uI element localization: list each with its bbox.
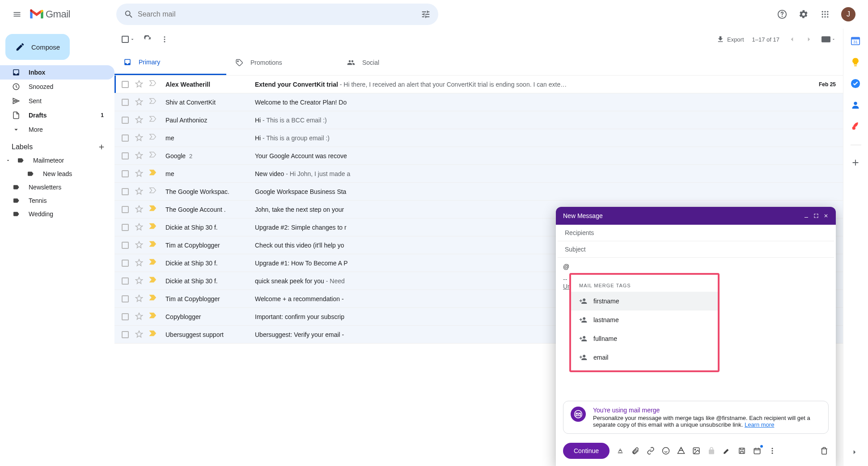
row-checkbox[interactable] — [122, 117, 129, 124]
emoji-button[interactable] — [661, 446, 670, 455]
star-button[interactable] — [135, 259, 144, 268]
star-button[interactable] — [135, 312, 144, 321]
get-addons-button[interactable] — [851, 158, 861, 168]
nav-inbox[interactable]: Inbox — [0, 65, 114, 80]
more-button[interactable] — [160, 35, 169, 44]
row-checkbox[interactable] — [122, 134, 129, 142]
merge-item-firstname[interactable]: firstname — [571, 292, 718, 311]
settings-button[interactable] — [795, 5, 813, 23]
tab-social[interactable]: Social — [338, 50, 450, 75]
importance-marker[interactable] — [149, 259, 158, 268]
confidential-button[interactable] — [707, 446, 716, 455]
apps-button[interactable] — [816, 5, 834, 23]
row-checkbox[interactable] — [122, 99, 129, 106]
star-button[interactable] — [135, 277, 144, 285]
row-checkbox[interactable] — [122, 224, 129, 231]
importance-marker[interactable] — [149, 80, 158, 89]
star-button[interactable] — [135, 169, 144, 178]
star-button[interactable] — [135, 98, 144, 107]
next-page-button[interactable] — [804, 35, 813, 44]
subject-field[interactable]: Subject — [558, 241, 834, 258]
star-button[interactable] — [135, 294, 144, 303]
tab-primary[interactable]: Primary — [114, 50, 226, 75]
star-button[interactable] — [135, 241, 144, 250]
nav-drafts[interactable]: Drafts 1 — [0, 108, 114, 122]
discard-button[interactable] — [820, 446, 829, 455]
search-button[interactable] — [120, 5, 138, 23]
select-all-checkbox[interactable] — [122, 36, 135, 43]
label-newleads[interactable]: New leads — [0, 167, 114, 181]
row-checkbox[interactable] — [122, 81, 129, 88]
nav-snoozed[interactable]: Snoozed — [0, 80, 114, 94]
prev-page-button[interactable] — [788, 35, 796, 44]
importance-marker[interactable] — [149, 151, 158, 160]
importance-marker[interactable] — [149, 312, 158, 321]
star-button[interactable] — [135, 205, 144, 214]
input-tools-button[interactable] — [821, 36, 836, 42]
compose-button[interactable]: Compose — [5, 34, 70, 60]
signature-button[interactable] — [722, 446, 731, 455]
schedule-button[interactable] — [753, 446, 762, 455]
mail-row[interactable]: Paul AnthoniozHi - This is a BCC email :… — [114, 111, 843, 129]
row-checkbox[interactable] — [122, 331, 129, 338]
format-button[interactable] — [616, 446, 625, 455]
mail-row[interactable]: meNew video - Hi John, I just made a — [114, 165, 843, 183]
importance-marker[interactable] — [149, 223, 158, 232]
merge-item-email[interactable]: email — [571, 348, 718, 367]
star-button[interactable] — [135, 116, 144, 125]
row-checkbox[interactable] — [122, 242, 129, 249]
row-checkbox[interactable] — [122, 277, 129, 285]
star-button[interactable] — [135, 187, 144, 196]
row-checkbox[interactable] — [122, 313, 129, 320]
mail-row[interactable]: Alex WeatherillExtend your ConvertKit tr… — [114, 76, 843, 93]
importance-marker[interactable] — [149, 98, 158, 107]
importance-marker[interactable] — [149, 116, 158, 125]
mail-row[interactable]: Shiv at ConvertKitWelcome to the Creator… — [114, 93, 843, 111]
label-mailmeteor[interactable]: Mailmeteor — [0, 154, 114, 167]
label-newsletters[interactable]: Newsletters — [0, 181, 114, 194]
importance-marker[interactable] — [149, 330, 158, 339]
star-button[interactable] — [135, 223, 144, 232]
drive-button[interactable] — [677, 446, 686, 455]
compose-header[interactable]: New Message — [556, 207, 836, 225]
row-checkbox[interactable] — [122, 260, 129, 267]
star-button[interactable] — [135, 330, 144, 339]
save-template-button[interactable] — [737, 446, 746, 455]
star-button[interactable] — [135, 80, 144, 89]
star-button[interactable] — [135, 151, 144, 160]
account-avatar[interactable]: J — [841, 7, 855, 21]
learn-more-link[interactable]: Learn more — [745, 421, 774, 428]
importance-marker[interactable] — [149, 294, 158, 303]
calendar-addon[interactable]: 31 — [851, 36, 861, 46]
row-checkbox[interactable] — [122, 295, 129, 302]
tab-promotions[interactable]: Promotions — [226, 50, 338, 75]
close-compose-button[interactable] — [823, 213, 829, 218]
minimize-button[interactable] — [804, 213, 809, 218]
support-button[interactable] — [773, 5, 791, 23]
importance-marker[interactable] — [149, 187, 158, 196]
nav-sent[interactable]: Sent — [0, 94, 114, 108]
add-label-button[interactable] — [97, 143, 106, 151]
recipients-field[interactable]: Recipients — [558, 225, 834, 241]
compose-more-button[interactable] — [768, 446, 777, 455]
row-checkbox[interactable] — [122, 206, 129, 213]
mail-row[interactable]: The Google Workspac.Google Workspace Bus… — [114, 183, 843, 201]
image-button[interactable] — [692, 446, 701, 455]
importance-marker[interactable] — [149, 134, 158, 143]
merge-item-lastname[interactable]: lastname — [571, 311, 718, 329]
row-checkbox[interactable] — [122, 170, 129, 177]
row-checkbox[interactable] — [122, 188, 129, 195]
attach-button[interactable] — [631, 446, 640, 455]
row-checkbox[interactable] — [122, 152, 129, 160]
search-input[interactable] — [138, 10, 417, 18]
search-options-button[interactable] — [417, 5, 435, 23]
tasks-addon[interactable] — [851, 79, 861, 89]
mail-row[interactable]: Google 2Your Google Account was recove — [114, 147, 843, 165]
importance-marker[interactable] — [149, 205, 158, 214]
importance-marker[interactable] — [149, 241, 158, 250]
label-wedding[interactable]: Wedding — [0, 207, 114, 221]
star-button[interactable] — [135, 134, 144, 143]
label-tennis[interactable]: Tennis — [0, 194, 114, 207]
mailmeteor-addon[interactable] — [851, 122, 861, 132]
merge-item-fullname[interactable]: fullname — [571, 329, 718, 348]
